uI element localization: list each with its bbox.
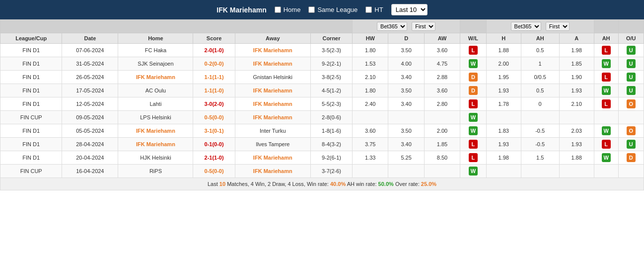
d: 4.00: [401, 61, 411, 67]
ou-badge: O: [627, 99, 636, 108]
th-date: Date: [62, 33, 118, 44]
league-label: FIN D1: [22, 128, 40, 134]
hw: 1.80: [365, 88, 375, 93]
corner: 1-8(1-6): [322, 128, 341, 134]
th-corner: Corner: [310, 33, 352, 44]
wl-badge: L: [469, 140, 478, 149]
d: 3.50: [401, 47, 411, 53]
away-team: Gnistan Helsinki: [253, 74, 292, 80]
same-league-label: Same League: [317, 6, 358, 13]
h-odds: 1.93: [498, 88, 508, 93]
last-select[interactable]: Last 10 Last 5 Last 20: [391, 4, 428, 15]
col-header-row-2: League/Cup Date Home Score Away Corner H…: [0, 33, 644, 44]
aw: 3.60: [437, 88, 447, 93]
col-header-row-1: Bet365 First Bet365 First: [0, 20, 644, 33]
league-label: FIN D1: [22, 141, 40, 147]
home-team: LPS Helsinki: [140, 114, 171, 120]
league-label: FIN D1: [22, 155, 40, 161]
date-label: 31-05-2024: [76, 61, 104, 67]
ah-value: 0.5: [536, 88, 544, 93]
score: 1-1(1-1): [205, 74, 224, 80]
h-odds: 1.88: [498, 47, 508, 53]
league-label: FIN D1: [22, 61, 40, 67]
corner: 3-8(2-5): [322, 74, 341, 80]
aw: 2.88: [437, 74, 447, 80]
a-odds: 2.03: [571, 128, 581, 134]
wl-badge: L: [469, 99, 478, 108]
ah-value: -0.5: [535, 128, 545, 134]
a-odds: 2.10: [571, 101, 581, 107]
th-h: H: [486, 33, 521, 44]
hw: 1.53: [365, 61, 375, 67]
hw: 3.60: [365, 128, 375, 134]
date-label: 07-06-2024: [76, 47, 104, 53]
ht-label: HT: [374, 6, 383, 13]
footer-prefix: Last: [208, 181, 219, 187]
table-row: FIN D131-05-2024SJK Seinajoen0-2(0-0)IFK…: [0, 57, 644, 71]
th-hw: HW: [353, 33, 388, 44]
away-team: Inter Turku: [260, 128, 286, 134]
aw: 2.80: [437, 101, 447, 107]
away-team: IFK Mariehamn: [253, 88, 292, 93]
a-odds: 1.85: [571, 61, 581, 67]
ah2-badge: L: [602, 73, 611, 82]
league-label: FIN D1: [22, 47, 40, 53]
date-label: 16-04-2024: [76, 168, 104, 174]
ou-badge: U: [627, 46, 636, 55]
a-odds: 1.93: [571, 88, 581, 93]
ah-value: 0.5: [536, 47, 544, 53]
wl-badge: W: [469, 59, 478, 68]
date-label: 17-05-2024: [76, 88, 104, 93]
ah2-badge: L: [602, 140, 611, 149]
score: 1-1(1-0): [205, 88, 224, 93]
corner: 4-5(1-2): [322, 88, 341, 93]
empty-header: [0, 20, 353, 33]
d: 3.40: [401, 101, 411, 107]
first-select-1[interactable]: First: [412, 22, 435, 31]
same-league-checkbox[interactable]: [308, 6, 315, 13]
away-team: IFK Mariehamn: [253, 47, 292, 53]
league-label: FIN CUP: [20, 114, 42, 120]
date-label: 09-05-2024: [76, 114, 104, 120]
aw: 4.75: [437, 61, 447, 67]
date-label: 26-05-2024: [76, 74, 104, 80]
score: 0-5(0-0): [205, 114, 224, 120]
h-odds: 1.98: [498, 155, 508, 161]
away-team: IFK Mariehamn: [253, 168, 292, 174]
home-checkbox[interactable]: [275, 6, 281, 13]
th-league: League/Cup: [0, 33, 62, 44]
league-label: FIN D1: [22, 88, 40, 93]
aw: 1.85: [437, 141, 447, 147]
score: 0-5(0-0): [205, 168, 224, 174]
home-team: AC Oulu: [145, 88, 166, 93]
d: 3.50: [401, 128, 411, 134]
ou-badge: D: [627, 153, 636, 162]
ou-badge: U: [627, 140, 636, 149]
corner: 5-5(2-3): [322, 101, 341, 107]
footer-count: 10: [219, 181, 225, 187]
same-league-checkbox-group[interactable]: Same League: [308, 6, 358, 13]
home-checkbox-group[interactable]: Home: [275, 6, 301, 13]
table-row: FIN D117-05-2024AC Oulu1-1(1-0)IFK Marie…: [0, 84, 644, 97]
ou-badge: U: [627, 59, 636, 68]
ht-checkbox[interactable]: [365, 6, 372, 13]
ht-checkbox-group[interactable]: HT: [365, 6, 383, 13]
ah-value: -0.5: [535, 141, 545, 147]
bet365-select-2[interactable]: Bet365: [511, 22, 541, 31]
footer-middle: Matches, 4 Win, 2 Draw, 4 Loss, Win rate…: [227, 181, 330, 187]
ah-value: 1.5: [536, 155, 544, 161]
home-label: Home: [284, 6, 301, 13]
bet365-select-1[interactable]: Bet365: [377, 22, 407, 31]
page-header: IFK Mariehamn Home Same League HT Last 1…: [0, 0, 644, 19]
th-home: Home: [118, 33, 193, 44]
away-team: IFK Mariehamn: [253, 61, 292, 67]
table-row: FIN CUP16-04-2024RiPS0-5(0-0)IFK Marieha…: [0, 165, 644, 178]
score: 0-2(0-0): [205, 61, 224, 67]
first-select-2[interactable]: First: [546, 22, 570, 31]
th-away: Away: [235, 33, 310, 44]
a-odds: 1.88: [571, 155, 581, 161]
home-team: Lahti: [150, 101, 162, 107]
table-row: FIN D112-05-2024Lahti3-0(2-0)IFK Marieha…: [0, 97, 644, 111]
hw: 2.40: [365, 101, 375, 107]
hw: 1.80: [365, 47, 375, 53]
